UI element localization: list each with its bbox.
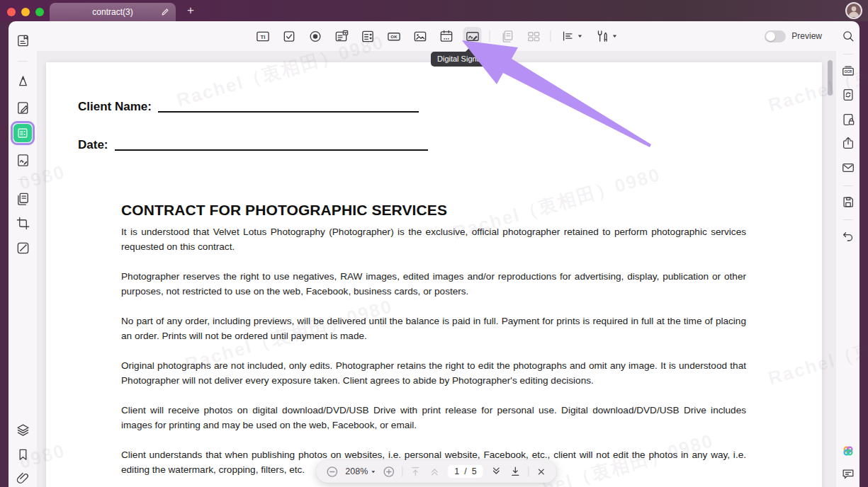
previous-page-icon	[428, 465, 441, 478]
sidebar-item-form-active[interactable]	[11, 121, 35, 145]
zoom-out-icon	[325, 465, 339, 479]
form-icon	[16, 126, 30, 140]
date-row: Date:	[78, 138, 822, 152]
text-field-tool-button[interactable]: TI	[254, 27, 272, 45]
titlebar: contract(3) +	[0, 0, 868, 21]
preview-toggle[interactable]	[765, 30, 786, 42]
radio-button-icon	[308, 29, 322, 44]
divider	[18, 179, 28, 180]
client-name-blank-line	[158, 111, 419, 113]
digital-signature-tool-button[interactable]	[463, 27, 482, 45]
go-to-top-button[interactable]	[409, 465, 422, 478]
sidebar-item-protect[interactable]	[839, 110, 857, 129]
feedback-icon	[841, 467, 855, 481]
text-field-icon: TI	[255, 29, 270, 44]
client-name-row: Client Name:	[78, 100, 822, 114]
redact-icon	[16, 241, 30, 256]
checkbox-tool-button[interactable]	[280, 27, 298, 45]
new-tab-button[interactable]: +	[182, 2, 199, 19]
push-button-tool-button[interactable]: OK	[385, 27, 403, 45]
divider	[843, 219, 853, 220]
align-tool-button[interactable]	[559, 27, 585, 45]
next-page-icon	[490, 465, 503, 478]
list-box-tool-button[interactable]	[359, 27, 377, 45]
go-to-bottom-icon	[509, 465, 522, 478]
date-field-tool-button[interactable]	[437, 27, 456, 45]
minimize-window-button[interactable]	[21, 8, 30, 16]
zoom-bar: 208% 1 / 5	[316, 460, 556, 483]
page-number-box[interactable]: 1 / 5	[447, 464, 483, 479]
chevron-down-icon	[371, 469, 376, 474]
svg-text:TI: TI	[260, 33, 265, 40]
tab-title: contract(3)	[92, 7, 133, 17]
tooltip-digital-signature: Digital Signature	[431, 52, 501, 67]
sidebar-item-share[interactable]	[839, 134, 857, 152]
close-window-button[interactable]	[7, 8, 16, 16]
combo-box-icon	[334, 29, 349, 44]
next-page-button[interactable]	[490, 465, 503, 478]
layers-icon	[16, 423, 30, 437]
zoom-in-button[interactable]	[382, 465, 395, 479]
date-blank-line	[115, 149, 428, 151]
sidebar-item-feedback[interactable]	[839, 465, 857, 483]
scrollbar-thumb[interactable]	[828, 60, 833, 96]
ai-assistant-icon	[841, 444, 855, 458]
close-zoom-bar-button[interactable]	[536, 466, 548, 478]
sidebar-item-email[interactable]	[839, 159, 857, 177]
annotate-icon	[16, 74, 30, 88]
sidebar-item-bookmark[interactable]	[13, 445, 32, 464]
layout-grid-icon	[526, 29, 541, 44]
svg-text:OCR: OCR	[844, 70, 852, 74]
chevron-down-icon	[577, 33, 583, 39]
edit-icon	[16, 101, 30, 115]
sidebar-item-search[interactable]	[839, 27, 857, 45]
avatar[interactable]	[845, 2, 862, 19]
sidebar-item-organize-pages[interactable]	[13, 190, 32, 208]
zoom-level-value: 208%	[345, 466, 368, 476]
sidebar-item-undo[interactable]	[839, 227, 857, 246]
combo-box-tool-button[interactable]	[332, 27, 351, 45]
toggle-knob	[766, 32, 775, 41]
sidebar-item-save[interactable]	[839, 193, 857, 211]
page-separator: /	[464, 466, 466, 476]
zoom-in-icon	[382, 465, 395, 479]
current-page: 1	[454, 466, 459, 476]
sidebar-item-layers[interactable]	[13, 420, 32, 439]
more-tools-button[interactable]	[593, 27, 620, 45]
document-tab[interactable]: contract(3)	[50, 3, 176, 21]
close-icon	[536, 466, 548, 478]
fullscreen-window-button[interactable]	[35, 8, 44, 16]
sidebar-item-convert[interactable]	[839, 86, 857, 104]
rename-icon[interactable]	[161, 8, 169, 18]
divider	[402, 466, 402, 476]
app-window: TI	[9, 21, 859, 487]
list-box-icon	[360, 29, 375, 44]
date-field-icon	[439, 29, 453, 44]
sidebar-item-edit[interactable]	[13, 98, 32, 117]
sidebar-item-crop[interactable]	[13, 214, 32, 232]
sidebar-item-reader[interactable]	[13, 31, 32, 50]
zoom-out-button[interactable]	[325, 465, 339, 479]
sidebar-item-ocr[interactable]: OCR	[839, 62, 857, 81]
go-to-top-icon	[409, 465, 422, 478]
right-sidebar: OCR	[836, 21, 859, 487]
divider	[18, 61, 28, 62]
duplicate-tool-button[interactable]	[498, 27, 517, 45]
image-field-tool-button[interactable]	[411, 27, 429, 45]
bookmark-icon	[16, 447, 30, 462]
sidebar-item-sign[interactable]	[13, 151, 32, 169]
sidebar-item-attachment[interactable]	[13, 469, 32, 487]
digital-signature-icon	[465, 29, 480, 44]
convert-icon	[841, 88, 855, 102]
layout-grid-tool-button[interactable]	[524, 27, 543, 45]
form-toolbar: TI	[37, 21, 836, 51]
previous-page-button[interactable]	[428, 465, 441, 478]
sidebar-item-annotate[interactable]	[13, 71, 32, 90]
total-pages: 5	[472, 466, 477, 476]
sidebar-item-ai-assistant[interactable]	[839, 442, 857, 460]
sidebar-item-redact[interactable]	[13, 239, 32, 257]
go-to-bottom-button[interactable]	[509, 465, 522, 478]
radio-button-tool-button[interactable]	[306, 27, 325, 45]
zoom-level-button[interactable]: 208%	[345, 466, 376, 476]
crop-icon	[16, 216, 30, 231]
